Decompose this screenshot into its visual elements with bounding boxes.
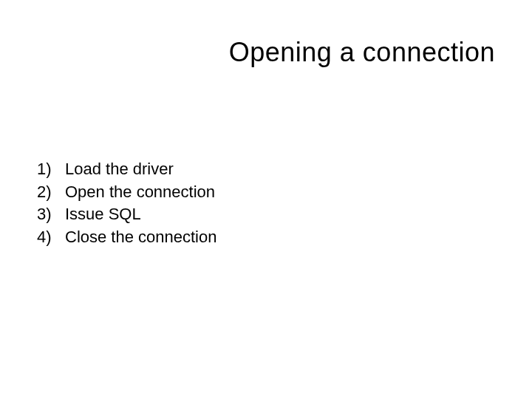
list-item: 4) Close the connection <box>37 227 216 248</box>
list-number: 2) <box>37 182 61 203</box>
slide-title: Opening a connection <box>229 37 495 68</box>
list-item: 3) Issue SQL <box>37 204 216 225</box>
list-text: Open the connection <box>61 182 215 203</box>
list-text: Issue SQL <box>61 204 141 225</box>
list-item: 1) Load the driver <box>37 159 216 180</box>
list-number: 4) <box>37 227 61 248</box>
list-text: Close the connection <box>61 227 216 248</box>
list-item: 2) Open the connection <box>37 182 216 203</box>
list-text: Load the driver <box>61 159 174 180</box>
steps-list: 1) Load the driver 2) Open the connectio… <box>37 159 216 249</box>
list-number: 1) <box>37 159 61 180</box>
list-number: 3) <box>37 204 61 225</box>
